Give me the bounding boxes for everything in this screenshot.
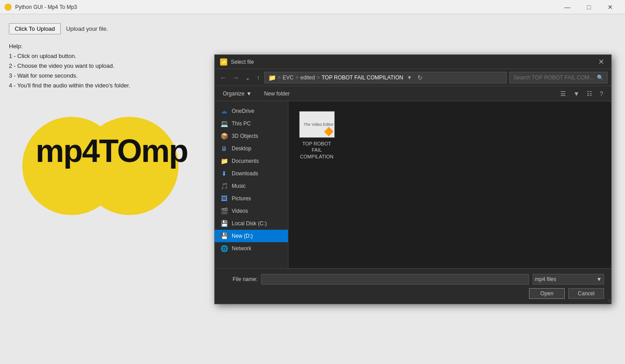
sidebar-label-documents: Documents [232, 158, 259, 164]
dialog-files: The Video Editor 🔶 TOP ROBOT FAIL COMPIL… [288, 101, 611, 268]
videos-icon: 🎬 [220, 207, 228, 215]
sidebar-label-network: Network [232, 245, 251, 252]
sidebar-label-local-disk: Local Disk (C:) [232, 220, 267, 227]
address-breadcrumb[interactable]: 📁 > EVC > edited > TOP ROBOT FAIL COMPIL… [264, 72, 507, 83]
file-item-robot-compilation[interactable]: The Video Editor 🔶 TOP ROBOT FAIL COMPIL… [296, 108, 338, 162]
minimize-button[interactable]: — [557, 0, 578, 14]
sidebar-item-documents[interactable]: 📁 Documents [215, 155, 288, 167]
title-bar-left: Python GUI - Mp4 To Mp3 [4, 4, 77, 11]
sidebar-item-desktop[interactable]: 🖥 Desktop [215, 142, 288, 155]
upload-label: Upload your file. [66, 25, 108, 32]
sidebar-label-new-drive: New (D:) [232, 233, 253, 239]
recent-locations-button[interactable]: ⌄ [243, 73, 252, 82]
dialog-bottom: File name: mp4 files ▼ Open Cancel [215, 268, 611, 304]
organize-label: Organize [223, 91, 245, 97]
dialog-close-button[interactable]: ✕ [596, 58, 606, 66]
filename-label: File name: [222, 276, 258, 282]
open-button[interactable]: Open [529, 288, 565, 299]
view-dropdown-button[interactable]: ▼ [571, 89, 582, 98]
dialog-sidebar: ☁ OneDrive 💻 This PC 📦 3D Objects 🖥 Desk… [215, 101, 288, 268]
app-icon [4, 4, 12, 11]
view-list-button[interactable]: ☰ [558, 89, 569, 98]
sidebar-label-desktop: Desktop [232, 145, 251, 152]
breadcrumb-edited[interactable]: edited [300, 74, 315, 81]
thumbnail-inner: The Video Editor 🔶 [300, 112, 334, 137]
pictures-icon: 🖼 [220, 194, 228, 203]
sidebar-item-pictures[interactable]: 🖼 Pictures [215, 192, 288, 205]
search-icon: 🔍 [597, 74, 604, 81]
dialog-toolbar: Organize ▼ New folder ☰ ▼ ☷ ? [215, 86, 611, 101]
logo-text: mp4TOmp [18, 135, 205, 167]
upload-row: Click To Upload Upload your file. [9, 23, 616, 34]
network-icon: 🌐 [220, 244, 228, 252]
sidebar-label-downloads: Downloads [232, 170, 258, 177]
sidebar-item-new-drive[interactable]: 💾 New (D:) [215, 230, 288, 242]
new-folder-button[interactable]: New folder [262, 90, 292, 98]
dialog-titlebar-left: 📁 Select file [220, 58, 254, 66]
search-box[interactable]: 🔍 [509, 72, 608, 83]
action-row: Open Cancel [222, 288, 604, 299]
maximize-button[interactable]: □ [579, 0, 599, 14]
window-controls: — □ ✕ [557, 0, 621, 14]
sidebar-label-pictures: Pictures [232, 195, 251, 202]
sidebar-item-3d-objects[interactable]: 📦 3D Objects [215, 130, 288, 142]
downloads-icon: ⬇ [220, 170, 228, 178]
sidebar-item-this-pc[interactable]: 💻 This PC [215, 117, 288, 130]
onedrive-icon: ☁ [220, 107, 228, 115]
upload-button[interactable]: Click To Upload [9, 23, 61, 34]
files-grid: The Video Editor 🔶 TOP ROBOT FAIL COMPIL… [296, 108, 604, 162]
help-button[interactable]: ? [597, 89, 606, 98]
title-bar: Python GUI - Mp4 To Mp3 — □ ✕ [0, 0, 625, 14]
close-button[interactable]: ✕ [600, 0, 621, 14]
logo-circles: mp4TOmp [13, 99, 219, 233]
breadcrumb-dropdown[interactable]: ▼ [405, 74, 414, 81]
sidebar-item-local-disk[interactable]: 💾 Local Disk (C:) [215, 217, 288, 230]
cancel-button[interactable]: Cancel [568, 288, 604, 299]
dialog-titlebar: 📁 Select file ✕ [215, 55, 611, 69]
view-controls: ☰ ▼ ☷ ? [558, 89, 606, 98]
up-button[interactable]: ↑ [255, 73, 262, 82]
file-dialog: 📁 Select file ✕ ← → ⌄ ↑ 📁 > EVC > edited… [214, 54, 612, 304]
search-input[interactable] [513, 74, 595, 81]
resize-handle[interactable]: ⠿ [605, 298, 611, 304]
breadcrumb-evc[interactable]: EVC [283, 74, 294, 81]
sep1: > [278, 74, 281, 81]
organize-button[interactable]: Organize ▼ [220, 90, 254, 98]
sidebar-item-network[interactable]: 🌐 Network [215, 242, 288, 255]
sidebar-label-videos: Videos [232, 208, 248, 214]
new-folder-label: New folder [264, 91, 290, 97]
app-area: Click To Upload Upload your file. Help: … [0, 14, 625, 364]
refresh-button[interactable]: ↻ [416, 73, 425, 82]
filetype-select[interactable]: mp4 files ▼ [533, 274, 604, 285]
music-icon: 🎵 [220, 182, 228, 190]
sidebar-label-music: Music [232, 183, 246, 189]
sep2: > [296, 74, 299, 81]
sidebar-item-downloads[interactable]: ⬇ Downloads [215, 167, 288, 180]
back-button[interactable]: ← [218, 73, 228, 82]
forward-button[interactable]: → [231, 73, 241, 82]
desktop-icon: 🖥 [220, 145, 228, 153]
breadcrumb-folder-icon: 📁 [268, 74, 276, 81]
file-label: TOP ROBOT FAIL COMPILATION [298, 141, 335, 160]
dialog-addressbar: ← → ⌄ ↑ 📁 > EVC > edited > TOP ROBOT FAI… [215, 69, 611, 86]
breadcrumb-current[interactable]: TOP ROBOT FAIL COMPILATION [321, 74, 403, 81]
local-disk-icon: 💾 [220, 219, 228, 228]
3d-objects-icon: 📦 [220, 132, 228, 140]
logo-area: mp4TOmp [9, 95, 223, 237]
documents-icon: 📁 [220, 157, 228, 165]
sidebar-item-music[interactable]: 🎵 Music [215, 180, 288, 192]
filename-input[interactable] [261, 274, 529, 285]
filetype-chevron-icon: ▼ [596, 276, 602, 282]
sidebar-item-videos[interactable]: 🎬 Videos [215, 205, 288, 217]
dialog-icon: 📁 [220, 58, 227, 66]
dialog-body: ☁ OneDrive 💻 This PC 📦 3D Objects 🖥 Desk… [215, 101, 611, 268]
dialog-title: Select file [231, 59, 254, 65]
vlc-icon: 🔶 [324, 127, 333, 136]
sidebar-item-onedrive[interactable]: ☁ OneDrive [215, 105, 288, 117]
organize-chevron-icon: ▼ [246, 91, 252, 97]
sep3: > [317, 74, 320, 81]
filename-row: File name: mp4 files ▼ [222, 274, 604, 285]
sidebar-label-3d: 3D Objects [232, 133, 258, 139]
view-large-button[interactable]: ☷ [584, 89, 595, 98]
app-title: Python GUI - Mp4 To Mp3 [15, 4, 77, 10]
